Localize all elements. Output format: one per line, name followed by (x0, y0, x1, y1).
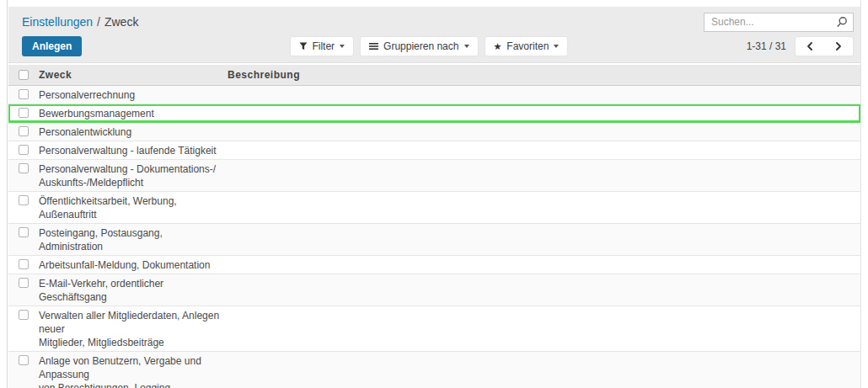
table-row[interactable]: Personalentwicklung (8, 123, 860, 141)
row-beschreibung-cell (228, 192, 860, 196)
create-button[interactable]: Anlegen (22, 36, 82, 56)
pager-next-button[interactable] (824, 37, 853, 56)
favorites-button[interactable]: ★ Favoriten (484, 36, 568, 56)
table-row[interactable]: Anlage von Benutzern, Vergabe und Anpass… (8, 352, 860, 388)
row-zweck-cell: Personalverwaltung - laufende Tätigkeit (39, 141, 228, 159)
pager-previous-button[interactable] (796, 37, 824, 56)
row-beschreibung-cell (228, 104, 860, 109)
row-checkbox[interactable] (19, 259, 29, 269)
favorites-button-label: Favoriten (506, 40, 549, 52)
row-zweck-cell: Personalverwaltung - Dokumentations-/ Au… (39, 160, 228, 191)
breadcrumb-current: Zweck (104, 15, 138, 29)
viewport-left-divider (7, 0, 8, 388)
pager-buttons (795, 36, 854, 56)
table-row[interactable]: Verwalten aller Mitgliederdaten, Anlegen… (8, 306, 860, 352)
filter-funnel-icon (298, 42, 307, 50)
breadcrumb-link-einstellungen[interactable]: Einstellungen (22, 15, 93, 29)
filter-button[interactable]: Filter (289, 36, 354, 56)
table-body: Personalverrechnung Bewerbungsmanagement… (8, 86, 860, 388)
table-row[interactable]: Personalverwaltung - Dokumentations-/ Au… (8, 160, 860, 192)
select-all-checkbox[interactable] (19, 70, 29, 80)
row-checkbox[interactable] (19, 310, 29, 320)
chevron-down-icon (340, 45, 345, 48)
row-checkbox[interactable] (19, 145, 29, 155)
control-panel: Einstellungen/Zweck Anlegen (8, 7, 860, 63)
group-by-button[interactable]: Gruppieren nach (360, 36, 478, 56)
row-checkbox[interactable] (19, 278, 29, 288)
row-beschreibung-cell (228, 141, 860, 146)
table-row[interactable]: E-Mail-Verkehr, ordentlicher Geschäftsga… (8, 274, 860, 306)
row-checkbox[interactable] (19, 227, 29, 237)
chevron-right-icon (835, 42, 842, 50)
group-by-button-label: Gruppieren nach (383, 40, 458, 52)
row-zweck-cell: E-Mail-Verkehr, ordentlicher Geschäftsga… (39, 274, 228, 306)
row-zweck-cell: Posteingang, Postausgang, Administration (39, 224, 228, 255)
row-beschreibung-cell (228, 123, 860, 127)
row-checkbox[interactable] (19, 195, 29, 205)
row-zweck-cell: Arbeitsunfall-Meldung, Dokumentation (39, 256, 228, 274)
pager-range[interactable]: 1-31 / 31 (747, 40, 786, 52)
row-zweck-cell: Öffentlichkeitsarbeit, Werbung, Außenauf… (39, 192, 228, 223)
row-checkbox[interactable] (19, 89, 29, 99)
row-beschreibung-cell (228, 86, 860, 90)
search-input[interactable] (704, 13, 854, 32)
row-beschreibung-cell (228, 274, 860, 279)
row-zweck-cell: Personalverrechnung (39, 86, 228, 104)
row-beschreibung-cell (228, 224, 860, 228)
row-zweck-cell: Anlage von Benutzern, Vergabe und Anpass… (39, 352, 228, 388)
table-header-row: Zweck Beschreibung (8, 65, 860, 86)
row-beschreibung-cell (228, 160, 860, 164)
search-box (704, 13, 854, 32)
row-checkbox[interactable] (19, 108, 29, 118)
search-options-group: Filter Gruppieren nach ★ (289, 36, 568, 56)
row-zweck-cell: Personalentwicklung (39, 123, 228, 141)
column-header-zweck[interactable]: Zweck (39, 69, 228, 81)
row-zweck-cell: Bewerbungsmanagement (39, 104, 228, 122)
row-checkbox[interactable] (19, 355, 29, 365)
table-row[interactable]: Bewerbungsmanagement (8, 104, 860, 123)
pager: 1-31 / 31 (747, 36, 854, 56)
chevron-left-icon (806, 42, 813, 50)
table-row[interactable]: Personalverrechnung (8, 86, 860, 104)
table-row[interactable]: Arbeitsunfall-Meldung, Dokumentation (8, 256, 860, 274)
records-table: Zweck Beschreibung Personalverrechnung B… (8, 65, 860, 388)
breadcrumb: Einstellungen/Zweck (15, 15, 138, 29)
group-by-list-icon (369, 42, 378, 50)
filter-button-label: Filter (312, 40, 335, 52)
row-checkbox[interactable] (19, 163, 29, 173)
row-zweck-cell: Verwalten aller Mitgliederdaten, Anlegen… (39, 306, 228, 351)
table-row[interactable]: Öffentlichkeitsarbeit, Werbung, Außenauf… (8, 192, 860, 224)
row-beschreibung-cell (228, 256, 860, 260)
list-view: Einstellungen/Zweck Anlegen (8, 0, 861, 388)
magnifier-icon[interactable] (836, 16, 849, 29)
table-row[interactable]: Posteingang, Postausgang, Administration (8, 224, 860, 256)
table-row[interactable]: Personalverwaltung - laufende Tätigkeit (8, 141, 860, 160)
row-checkbox[interactable] (19, 126, 29, 136)
column-header-beschreibung[interactable]: Beschreibung (228, 69, 860, 81)
chevron-down-icon (554, 45, 559, 48)
star-icon: ★ (493, 42, 501, 51)
row-beschreibung-cell (228, 352, 860, 356)
row-beschreibung-cell (228, 306, 860, 311)
breadcrumb-separator: / (97, 15, 100, 29)
chevron-down-icon (463, 45, 469, 48)
